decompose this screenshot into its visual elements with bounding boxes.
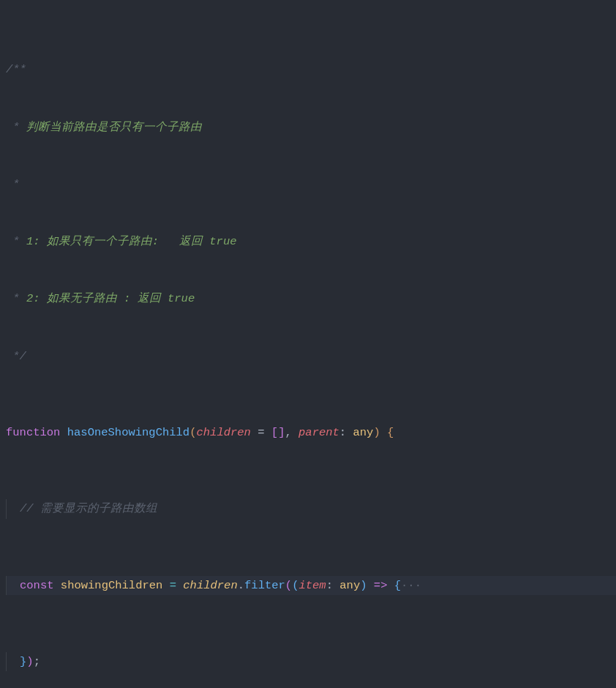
var-showingChildren: showingChildren [61,579,163,592]
function-name: hasOneShowingChild [67,426,189,439]
doc-desc: 判断当前路由是否只有一个子路由 [26,121,202,134]
fold-icon[interactable]: ··· [401,579,421,592]
function-signature-line: function hasOneShowingChild(children = [… [6,423,616,442]
doc-open: /** [6,63,26,76]
doc-close: */ [6,350,26,363]
code-editor[interactable]: /** * 判断当前路由是否只有一个子路由 * * 1: 如果只有一个子路由: … [0,0,616,688]
showing-children-decl: const showingChildren = children.filter(… [6,576,616,595]
